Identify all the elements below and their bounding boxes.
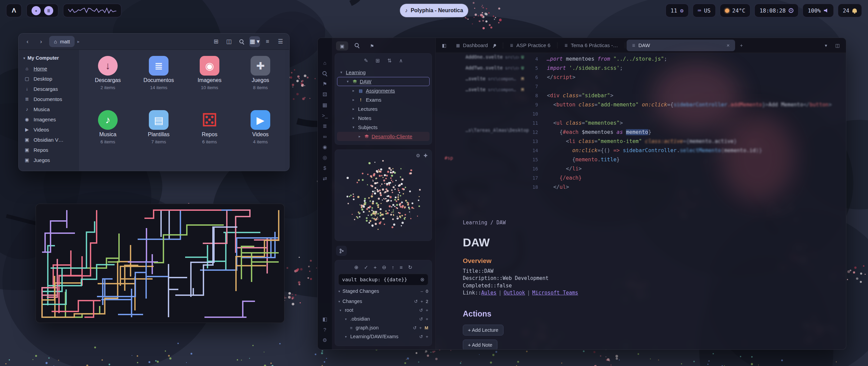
stage-icon[interactable]: + [426,334,428,339]
clock-widget[interactable]: 18:08:28 [754,4,798,17]
graph-settings-icon[interactable]: ⚙ [416,153,420,158]
tab-tema-6-pr-cticas-[interactable]: ≣Tema 6 Prácticas -… [559,40,623,51]
editor-area[interactable]: AddOne.sveltesrc\compo…UAddTwo.sveltesrc… [436,53,846,349]
git-row-root[interactable]: ▾root↺+ [338,306,428,314]
dice-icon[interactable]: ⚄ [320,89,330,100]
discard-icon[interactable]: ↺ [419,334,423,339]
sidebar-item-repos[interactable]: ▣Repos [19,145,79,155]
app-icon-2[interactable]: ≣ [44,6,53,15]
action-button--add-lecture[interactable]: + Add Lecture [463,325,504,336]
stage-icon[interactable]: + [426,308,428,313]
collapse-icon[interactable]: ∧ [399,58,403,64]
folder-musica[interactable]: ♪Musica6 items [83,109,133,163]
sidebar-item-obsidian-v-[interactable]: ▣Obsidian V… [19,135,79,145]
close-tab-icon[interactable]: × [727,42,730,48]
panel-left-icon[interactable]: ◧ [320,314,330,324]
discard-icon[interactable]: ↺ [414,299,418,304]
terminal-icon[interactable]: >_ [320,110,330,121]
volume-widget[interactable]: 100% [803,4,834,17]
app-icon-1[interactable]: ✦ [32,6,41,15]
notifications-widget[interactable]: 24 [838,4,862,17]
sidebar-tab-bookmark[interactable]: ⚑ [366,41,378,50]
tab-dashboard[interactable]: ▦Dashboard [451,40,501,51]
pipes-terminal-window[interactable] [36,204,284,323]
tab-daw[interactable]: ≣DAW× [627,40,735,51]
add-icon[interactable]: + [374,264,377,270]
menu-button[interactable]: ☰ [275,36,286,47]
discard-icon[interactable]: ↺ [413,325,417,330]
note-content[interactable]: Learning / DAW DAW Overview Title:: DAWD… [463,220,727,350]
weather-widget[interactable]: 24°C [720,4,751,17]
sidebar-tab-search[interactable] [351,41,363,50]
folder-videos[interactable]: ▶Videos4 items [235,109,285,163]
git-row-learning-daw-exams[interactable]: ▾Learning/DAW/Exams↺+ [338,332,428,341]
note-link-microsoft-teams[interactable]: Microsoft Teams [532,290,578,296]
sidebar-item-descargas[interactable]: ↓Descargas [19,84,79,94]
git-panel-tab[interactable] [336,246,347,256]
keyboard-layout[interactable]: ⌨ US [693,4,716,17]
sidebar-tab-folder[interactable]: ▣ [336,41,348,50]
git-row-graph-json[interactable]: ≣graph.json↺+M [338,323,428,332]
sidebar-item-imagenes[interactable]: ◉Imagenes [19,114,79,124]
tree-item-exams[interactable]: ▸!Exams [337,95,430,104]
stage-icon[interactable]: + [419,325,422,330]
tree-item-subjects[interactable]: ▾Subjects [337,123,430,132]
now-playing-widget[interactable]: ♪ Polyphia - Neurotica [400,4,468,17]
sidebar-item-desktop[interactable]: ▢Desktop [19,74,79,84]
split-view-icon[interactable]: ◫ [223,36,234,47]
changes-section[interactable]: ▾ Changes ↺ + 2 [338,297,428,306]
app-launcher-button[interactable]: Λ [6,4,22,17]
grid-view-button[interactable]: ▦ ▾ [249,36,260,47]
note-link-aules[interactable]: Aules [481,290,496,296]
grid-icon[interactable]: ▦ [320,100,330,110]
tab-asp-practice-6[interactable]: ≣ASP Practice 6 [505,40,556,51]
folder-imagenes[interactable]: ◉Imagenes10 items [184,55,235,109]
forward-button[interactable]: › [36,36,46,47]
git-row--obsidian[interactable]: ▾.obsidian↺+ [338,314,428,323]
commit-message-input[interactable] [342,277,417,282]
folder-descargas[interactable]: ↓Descargas2 items [83,55,133,109]
action-button--add-note[interactable]: + Add Note [463,340,497,350]
breadcrumb[interactable]: ⌂ matt [49,36,75,47]
sidebar-item-juegos[interactable]: ▣Juegos [19,155,79,165]
clear-commit-icon[interactable]: ⊗ [420,277,425,283]
sidebar-item-musica[interactable]: ♪Musica [19,104,79,114]
dollar-icon[interactable]: $ [320,163,330,173]
link-icon[interactable]: ∞ [320,131,330,142]
discard-icon[interactable]: ↺ [419,317,423,322]
tree-item-notes[interactable]: ▸Notes [337,114,430,123]
split-pane-icon[interactable]: ◫ [832,40,843,50]
tree-item-lectures[interactable]: ▸Lectures [337,104,430,114]
folder-repos[interactable]: ⚄Repos6 items [184,109,235,163]
back-button[interactable]: ‹ [22,36,33,47]
note-link-outlook[interactable]: Outlook [504,290,525,296]
staged-changes-section[interactable]: ▾ Staged Changes – 0 [338,287,428,296]
tab-list-icon[interactable]: ▾ [821,40,831,50]
sidebar-item-documentos[interactable]: ≣Documentos [19,94,79,104]
plus-circle-icon[interactable]: ⊕ [354,264,359,270]
new-note-icon[interactable]: ✎ [364,58,368,64]
tree-item-daw[interactable]: ▾DAW [337,77,430,86]
sort-icon[interactable]: ⇅ [387,58,392,64]
new-tab-button[interactable]: + [736,40,747,50]
check-icon[interactable]: ✓ [364,264,368,270]
target-icon[interactable]: ◎ [320,152,330,163]
graph-view[interactable] [335,153,432,238]
minus-icon[interactable]: ⊖ [382,264,387,270]
folder-documentos[interactable]: ≣Documentos14 items [134,55,184,109]
discard-icon[interactable]: ↺ [419,308,423,313]
stage-icon[interactable]: + [426,317,428,322]
camera-icon[interactable]: ◉ [320,142,330,152]
tree-item-assignments[interactable]: ▸▤Assignments [337,86,430,95]
stage-icon[interactable]: + [420,299,423,304]
tree-item-desarrollo-cliente[interactable]: ▸Desarrollo-Cliente [337,132,430,141]
search-icon[interactable] [236,36,247,47]
refresh-icon[interactable]: ↻ [408,264,413,270]
graph-filter-icon[interactable]: ✚ [423,153,428,158]
new-folder-icon[interactable]: ⊞ [376,58,380,64]
home-icon[interactable]: ⌂ [320,58,330,68]
settings-icon[interactable]: ⚙ [320,335,330,345]
list-icon[interactable]: ≡ [400,264,403,270]
tree-item-learning[interactable]: ▾Learning [337,68,430,77]
swap-icon[interactable]: ⇄ [320,173,330,184]
